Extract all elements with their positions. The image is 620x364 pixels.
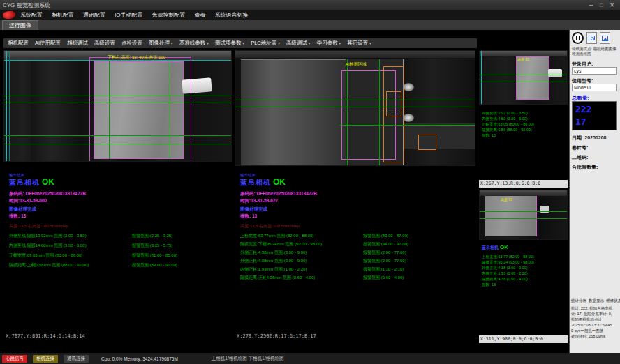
- stats-tab[interactable]: 数据显示: [589, 298, 604, 303]
- chevron-down-icon: ▾: [205, 41, 209, 45]
- right-camera-view[interactable]: AI检测区域 输出结果 蓝吊相机OK 条码码: DFFline202502081…: [235, 50, 476, 343]
- menu-item[interactable]: 相机配置: [52, 11, 74, 19]
- measure-value: 隔膜距离:正耗4.36mm 范围:(0.60 - 4.00): [240, 275, 360, 283]
- green-measure-line: [4, 144, 231, 144]
- menu-item[interactable]: IO手动配置: [115, 11, 142, 19]
- count-sub-text: 高度:13.5 右向运:100 5mm/step: [240, 223, 300, 229]
- time-text: 时间:13-31-59-600: [9, 198, 47, 204]
- measure-value: 上枪宽度:63.77mm 范围:(82.00 - 88.00): [240, 233, 360, 241]
- preview-readout-line: 隔膜距离:0.56 (88.00 - 92.00): [482, 127, 534, 132]
- alarm-range: 报警范围:(89.00 - 91.00): [132, 262, 177, 272]
- toolbar-item[interactable]: 图像处理 ▾: [149, 40, 173, 47]
- measure-value: 正帽宽度:63.05mm 范围:(80.00 - 86.00): [9, 252, 129, 262]
- alarm-range: 报警范围:(94.00 - 97.00): [363, 241, 408, 250]
- process-status: 图像处理完成: [9, 206, 36, 213]
- measure-row: 正帽宽度:63.05mm 范围:(80.00 - 86.00)报警范围:(81.…: [9, 252, 231, 262]
- green-measure-line: [4, 135, 231, 136]
- pause-button[interactable]: [572, 32, 584, 44]
- statusbar: 心跳信号 相机连接 通讯连接 Cpu: 0.0% Memory: 3424.41…: [0, 353, 620, 364]
- toolbar-item-label: 图像处理: [149, 40, 170, 46]
- preview-readout-list: 上枪宽度:63.77 (82.00 - 88.00)隔膜宽度:95.24 (93…: [482, 254, 534, 287]
- cyan-edge-line: [481, 51, 482, 105]
- toolbar-item[interactable]: 其它设置 ▾: [347, 40, 371, 47]
- toolbar-item[interactable]: 学习参数 ▾: [317, 40, 341, 47]
- toolbar-item[interactable]: 高级调试 ▾: [286, 40, 311, 47]
- green-measure-line: [170, 61, 170, 159]
- camera-view-selector-text[interactable]: 上相机1/相机绘图 下相机1/相机绘图: [212, 356, 284, 362]
- preview-bottom-image[interactable]: 高度:93: [479, 190, 568, 240]
- sidebar-header-line1: 城线测试点: 相机绘图图像: [572, 47, 619, 52]
- image-view-button[interactable]: [600, 32, 610, 44]
- toolbar-item[interactable]: 基准线参数 ▾: [179, 40, 209, 47]
- stats-tab[interactable]: 维修状态: [606, 298, 620, 303]
- result-ok-badge: OK: [42, 177, 54, 187]
- alarm-range: 报警范围:(81.00 - 85.00): [132, 252, 177, 262]
- measure-list: 外侧至线:隔膜13.92mm 范围:(2.00 - 3.50)报警范围:(2.2…: [9, 233, 231, 272]
- login-user-field[interactable]: cys: [572, 67, 617, 75]
- stats-tab[interactable]: 统计分析: [571, 298, 586, 303]
- green-measure-line: [480, 211, 567, 212]
- right-camera-image[interactable]: AI检测区域: [235, 50, 475, 166]
- machine-rail: [235, 51, 475, 58]
- camera-link-status-badge: 相机连接: [33, 355, 58, 363]
- model-field[interactable]: Mode11: [572, 84, 617, 91]
- measure-value: 隔膜距离-上帽0.56mm 范围:(88.00 - 92.00): [9, 262, 129, 272]
- toolbar-item-label: 相机调试: [67, 40, 88, 46]
- machine-rail: [480, 190, 567, 196]
- stats-line: 处理耗时: 258.09ms: [571, 333, 619, 339]
- cpu-memory-readout: Cpu: 0.0% Memory: 3424.41796875M: [101, 356, 178, 361]
- date-label: 日期:: [572, 135, 583, 140]
- preview-top-image[interactable]: 高度:93: [479, 50, 568, 105]
- preview-readout-line: 报数: 13: [482, 282, 534, 287]
- maximize-button[interactable]: □: [596, 2, 607, 8]
- stats-line: 批计: 222, 批陷合格率机: [571, 305, 619, 311]
- toolbar-item-label: 点检设置: [121, 40, 142, 46]
- preview-readout-line: 报数: 13: [482, 132, 534, 138]
- menu-item[interactable]: 通讯配置: [83, 11, 105, 19]
- toolbar-item[interactable]: 相机调试: [67, 40, 88, 47]
- left-camera-view[interactable]: 下料右:高度: 93; 40:右向运:100 输出结果 蓝吊相机OK 条码码: …: [3, 50, 232, 343]
- measure-value: 外侧正耗:4.38mm 范围:(3.00 - 9.00): [240, 250, 360, 258]
- measure-row: 上枪宽度:63.77mm 范围:(82.00 - 88.00)报警范围:(83.…: [240, 233, 475, 241]
- tab-connector: [548, 69, 562, 77]
- sidebar-header: 城线测试点: 相机绘图图像 检测画框图: [572, 47, 619, 56]
- chevron-down-icon: ▾: [338, 41, 341, 45]
- measure-row: 隔膜距离-上帽0.56mm 范围:(88.00 - 92.00)报警范围:(89…: [9, 262, 231, 272]
- total-count-value: 17: [575, 116, 613, 128]
- camera-name: 蓝吊相机: [240, 179, 271, 186]
- minimize-button[interactable]: ─: [586, 2, 596, 8]
- alarm-range: 报警范围:(1.10 - 2.10): [363, 266, 404, 275]
- green-measure-line: [235, 107, 475, 107]
- green-measure-line: [347, 59, 348, 165]
- toolbar-item-label: 相机配置: [8, 40, 29, 46]
- close-button[interactable]: ✕: [607, 2, 617, 8]
- alarm-range: 报警范围:(2.00 - 77.00): [363, 250, 406, 258]
- menu-item[interactable]: 查看: [194, 11, 205, 19]
- camera-capture-button[interactable]: [586, 32, 597, 44]
- toolbar-item[interactable]: 点检设置: [121, 40, 142, 47]
- menu-item[interactable]: 系统配置: [20, 11, 43, 19]
- toolbar-item[interactable]: PLC地址表 ▾: [251, 40, 280, 47]
- toolbar-item[interactable]: 测试项参数 ▾: [215, 40, 244, 47]
- preview-top-panel[interactable]: 高度:93 外侧至线:2.92 (2.00 - 3.50)内侧至线:4.60 (…: [479, 50, 568, 188]
- measure-row: 内侧至线:隔膜14.60mm 范围:(3.00 - 6.00)报警范围:(3.2…: [9, 243, 231, 252]
- menu-item[interactable]: 光源控制配置: [152, 11, 185, 19]
- toolbar-item[interactable]: 相机配置: [8, 40, 29, 47]
- measure-row: 隔膜距离:正耗4.36mm 范围:(0.60 - 4.00)报警范围:(0.60…: [240, 275, 475, 283]
- count-sub-text: 高度:13.5 右向运:100 5mm/step: [9, 223, 68, 229]
- measure-value: 外侧正耗:4.38mm 范围:(3.00 - 9.00): [240, 258, 360, 266]
- preview-readout-line: 内侧正耗:1.93 (1.00 - 2.20): [482, 271, 534, 276]
- process-status: 图像处理完成: [240, 206, 267, 213]
- tab-run-image[interactable]: 运行图像: [2, 20, 38, 30]
- menubar: 系统配置相机配置通讯配置IO手动配置光源控制配置查看系统语言切换: [0, 10, 620, 20]
- left-camera-image[interactable]: 下料右:高度: 93; 40:右向运:100: [3, 50, 232, 162]
- preview-bottom-panel[interactable]: 高度:93 蓝吊相机OK 上枪宽度:63.77 (82.00 - 88.00)隔…: [479, 190, 568, 343]
- toolbar-item[interactable]: 高级设置: [94, 40, 115, 47]
- sidebar-toolbar: [572, 32, 610, 44]
- toolbar-item-label: 测试项参数: [215, 40, 242, 46]
- toolbar-item-label: 其它设置: [347, 40, 368, 46]
- measure-row: 外侧正耗:4.38mm 范围:(3.00 - 9.00)报警范围:(2.00 -…: [240, 250, 475, 258]
- menu-item[interactable]: 系统语言切换: [214, 11, 248, 19]
- toolbar-item[interactable]: AI使用配置: [35, 40, 61, 47]
- stats-lines: 批计: 222, 批陷合格率机计: 17, 批陷分充率计: 0,批陷图机批陷点计…: [571, 305, 619, 339]
